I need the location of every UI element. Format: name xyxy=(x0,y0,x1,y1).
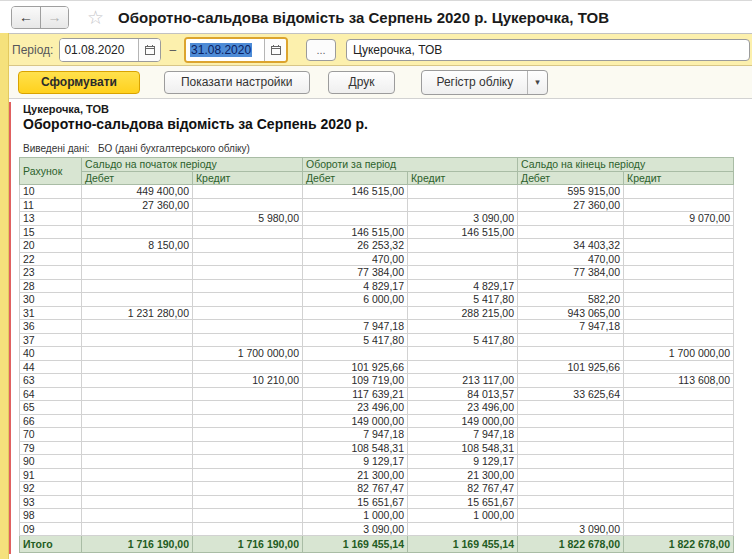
amount-cell[interactable] xyxy=(518,401,624,415)
calendar-icon[interactable] xyxy=(264,39,286,61)
amount-cell[interactable] xyxy=(624,401,734,415)
amount-cell[interactable]: 7 947,18 xyxy=(303,428,408,442)
account-cell[interactable]: 36 xyxy=(20,320,82,334)
amount-cell[interactable] xyxy=(518,495,624,509)
amount-cell[interactable]: 82 767,47 xyxy=(408,482,518,496)
amount-cell[interactable]: 23 496,00 xyxy=(408,401,518,415)
amount-cell[interactable]: 9 129,17 xyxy=(408,455,518,469)
amount-cell[interactable] xyxy=(624,414,734,428)
amount-cell[interactable]: 9 129,17 xyxy=(303,455,408,469)
amount-cell[interactable]: 6 000,00 xyxy=(303,293,408,307)
account-cell[interactable]: 91 xyxy=(20,468,82,482)
amount-cell[interactable] xyxy=(193,441,303,455)
amount-cell[interactable]: 15 651,67 xyxy=(303,495,408,509)
amount-cell[interactable] xyxy=(193,360,303,374)
amount-cell[interactable] xyxy=(624,320,734,334)
amount-cell[interactable] xyxy=(518,212,624,226)
organization-input[interactable] xyxy=(346,39,750,61)
amount-cell[interactable]: 595 915,00 xyxy=(518,185,624,199)
amount-cell[interactable] xyxy=(82,495,193,509)
amount-cell[interactable]: 77 384,00 xyxy=(303,266,408,280)
amount-cell[interactable] xyxy=(82,468,193,482)
amount-cell[interactable] xyxy=(624,522,734,536)
amount-cell[interactable] xyxy=(518,468,624,482)
amount-cell[interactable]: 27 360,00 xyxy=(518,198,624,212)
amount-cell[interactable]: 113 608,00 xyxy=(624,374,734,388)
amount-cell[interactable]: 21 300,00 xyxy=(408,468,518,482)
amount-cell[interactable] xyxy=(193,414,303,428)
amount-cell[interactable] xyxy=(82,360,193,374)
amount-cell[interactable]: 7 947,18 xyxy=(303,320,408,334)
amount-cell[interactable] xyxy=(82,279,193,293)
amount-cell[interactable] xyxy=(193,468,303,482)
amount-cell[interactable]: 108 548,31 xyxy=(408,441,518,455)
amount-cell[interactable]: 1 700 000,00 xyxy=(193,347,303,361)
amount-cell[interactable] xyxy=(518,414,624,428)
amount-cell[interactable] xyxy=(193,320,303,334)
amount-cell[interactable]: 213 117,00 xyxy=(408,374,518,388)
amount-cell[interactable] xyxy=(408,522,518,536)
amount-cell[interactable] xyxy=(624,428,734,442)
amount-cell[interactable]: 1 000,00 xyxy=(408,509,518,523)
amount-cell[interactable] xyxy=(518,455,624,469)
amount-cell[interactable]: 1 822 678,00 xyxy=(624,536,734,553)
amount-cell[interactable]: 15 651,67 xyxy=(408,495,518,509)
amount-cell[interactable] xyxy=(624,198,734,212)
amount-cell[interactable]: 23 496,00 xyxy=(303,401,408,415)
account-cell[interactable]: 90 xyxy=(20,455,82,469)
amount-cell[interactable] xyxy=(624,360,734,374)
amount-cell[interactable]: 101 925,66 xyxy=(303,360,408,374)
account-cell[interactable]: 10 xyxy=(20,185,82,199)
amount-cell[interactable] xyxy=(408,347,518,361)
amount-cell[interactable] xyxy=(408,239,518,253)
amount-cell[interactable]: 5 417,80 xyxy=(303,333,408,347)
amount-cell[interactable] xyxy=(624,252,734,266)
amount-cell[interactable]: 101 925,66 xyxy=(518,360,624,374)
amount-cell[interactable]: 4 829,17 xyxy=(303,279,408,293)
account-cell[interactable]: 22 xyxy=(20,252,82,266)
amount-cell[interactable]: 10 210,00 xyxy=(193,374,303,388)
amount-cell[interactable] xyxy=(82,387,193,401)
amount-cell[interactable] xyxy=(82,522,193,536)
amount-cell[interactable]: 77 384,00 xyxy=(518,266,624,280)
account-cell[interactable]: 40 xyxy=(20,347,82,361)
amount-cell[interactable] xyxy=(624,306,734,320)
amount-cell[interactable]: 3 090,00 xyxy=(518,522,624,536)
amount-cell[interactable] xyxy=(193,225,303,239)
calendar-icon[interactable] xyxy=(138,39,160,61)
forward-button[interactable]: → xyxy=(40,7,68,28)
amount-cell[interactable]: 5 417,80 xyxy=(408,293,518,307)
amount-cell[interactable] xyxy=(624,266,734,280)
amount-cell[interactable] xyxy=(193,198,303,212)
amount-cell[interactable] xyxy=(518,482,624,496)
amount-cell[interactable]: 33 625,64 xyxy=(518,387,624,401)
account-cell[interactable]: 30 xyxy=(20,293,82,307)
amount-cell[interactable]: 27 360,00 xyxy=(82,198,193,212)
amount-cell[interactable] xyxy=(82,414,193,428)
amount-cell[interactable]: 5 980,00 xyxy=(193,212,303,226)
amount-cell[interactable] xyxy=(82,333,193,347)
amount-cell[interactable]: 21 300,00 xyxy=(303,468,408,482)
amount-cell[interactable]: 1 700 000,00 xyxy=(624,347,734,361)
amount-cell[interactable] xyxy=(408,320,518,334)
amount-cell[interactable] xyxy=(408,266,518,280)
chevron-down-icon[interactable]: ▾ xyxy=(527,71,547,94)
amount-cell[interactable] xyxy=(82,428,193,442)
amount-cell[interactable]: 9 070,00 xyxy=(624,212,734,226)
amount-cell[interactable] xyxy=(82,482,193,496)
date-to-field[interactable]: 31.08.2020 xyxy=(184,37,288,63)
period-more-button[interactable]: ... xyxy=(306,39,336,61)
amount-cell[interactable] xyxy=(518,441,624,455)
amount-cell[interactable] xyxy=(82,441,193,455)
amount-cell[interactable]: 146 515,00 xyxy=(303,225,408,239)
account-cell[interactable]: 64 xyxy=(20,387,82,401)
account-cell[interactable]: 09 xyxy=(20,522,82,536)
amount-cell[interactable] xyxy=(193,333,303,347)
amount-cell[interactable] xyxy=(82,401,193,415)
account-cell[interactable]: 20 xyxy=(20,239,82,253)
amount-cell[interactable] xyxy=(193,306,303,320)
account-cell[interactable]: 92 xyxy=(20,482,82,496)
total-label-cell[interactable]: Итого xyxy=(20,536,82,553)
amount-cell[interactable]: 146 515,00 xyxy=(408,225,518,239)
back-button[interactable]: ← xyxy=(12,7,40,28)
